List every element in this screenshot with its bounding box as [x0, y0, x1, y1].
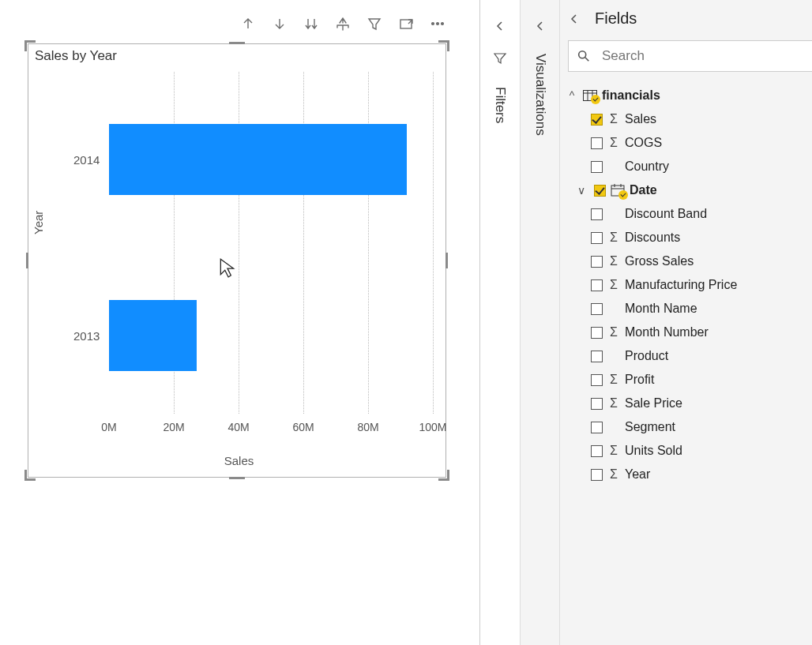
- filters-pane-collapsed[interactable]: Filters: [480, 0, 520, 645]
- field-row[interactable]: ΣCOGS: [564, 131, 804, 155]
- resize-handle-tr[interactable]: [438, 40, 449, 51]
- bar[interactable]: [109, 300, 197, 371]
- table-icon: [583, 90, 597, 101]
- svg-point-3: [442, 23, 444, 25]
- field-checkbox[interactable]: [591, 256, 603, 268]
- resize-handle-right[interactable]: [445, 253, 448, 268]
- sigma-icon: Σ: [607, 278, 620, 292]
- field-row[interactable]: ΣYear: [564, 463, 804, 486]
- field-row[interactable]: Segment: [564, 415, 804, 439]
- resize-handle-bottom[interactable]: [229, 477, 245, 479]
- field-checkbox[interactable]: [591, 208, 603, 220]
- svg-point-4: [579, 51, 586, 58]
- sigma-icon: Σ: [607, 254, 620, 268]
- field-checkbox[interactable]: [591, 114, 603, 126]
- chevron-left-icon[interactable]: [568, 13, 581, 25]
- visualizations-label: Visualizations: [532, 54, 548, 136]
- resize-handle-tl[interactable]: [24, 40, 36, 51]
- field-row[interactable]: Month Name: [564, 297, 804, 321]
- field-checkbox[interactable]: [591, 374, 603, 386]
- svg-point-1: [432, 23, 434, 25]
- fields-title: Fields: [595, 9, 637, 28]
- date-hierarchy-icon: [611, 184, 625, 197]
- x-tick: 20M: [163, 421, 184, 433]
- bar-category-label: 2013: [73, 328, 100, 342]
- field-checkbox[interactable]: [591, 279, 603, 291]
- chart-body: Year Sales 0M20M40M60M80M100M20142013: [28, 72, 438, 469]
- filters-label: Filters: [492, 87, 508, 123]
- field-row[interactable]: Product: [564, 344, 804, 368]
- field-name: Units Sold: [625, 444, 682, 458]
- field-row[interactable]: ΣUnits Sold: [564, 439, 804, 463]
- sigma-icon: Σ: [607, 231, 620, 245]
- chevron-down-icon[interactable]: ∨: [573, 184, 589, 197]
- focus-mode-icon[interactable]: [398, 16, 414, 32]
- sigma-icon: Σ: [607, 136, 620, 150]
- field-row[interactable]: ΣDiscounts: [564, 226, 804, 249]
- chart-visual[interactable]: Sales by Year Year Sales 0M20M40M60M80M1…: [28, 43, 446, 478]
- sigma-icon: Σ: [607, 467, 620, 482]
- expand-all-down-icon[interactable]: [303, 16, 319, 32]
- field-checkbox[interactable]: [591, 303, 603, 315]
- field-row[interactable]: ΣMonth Number: [564, 321, 804, 344]
- field-name: Sales: [625, 112, 656, 126]
- chart-title: Sales by Year: [35, 48, 117, 64]
- table-row-financials[interactable]: ^financials: [564, 84, 804, 107]
- field-row[interactable]: ΣProfit: [564, 368, 804, 392]
- field-row[interactable]: Discount Band: [564, 202, 804, 226]
- field-checkbox[interactable]: [591, 469, 603, 481]
- grid-line: [433, 72, 434, 414]
- field-checkbox[interactable]: [591, 137, 603, 149]
- report-canvas[interactable]: Sales by Year Year Sales 0M20M40M60M80M1…: [0, 0, 479, 645]
- field-name: Sale Price: [625, 396, 682, 411]
- field-row[interactable]: ΣGross Sales: [564, 249, 804, 273]
- app-root: Sales by Year Year Sales 0M20M40M60M80M1…: [0, 0, 812, 645]
- field-checkbox[interactable]: [594, 185, 606, 197]
- resize-handle-bl[interactable]: [24, 470, 36, 481]
- x-tick: 0M: [101, 421, 116, 433]
- chevron-left-icon[interactable]: [494, 20, 506, 32]
- field-name: COGS: [625, 136, 662, 150]
- field-row[interactable]: ΣSale Price: [564, 392, 804, 415]
- field-checkbox[interactable]: [591, 398, 603, 410]
- field-row[interactable]: ΣManufacturing Price: [564, 273, 804, 297]
- fields-search[interactable]: [568, 40, 812, 72]
- sigma-icon: Σ: [607, 373, 620, 387]
- grid-line: [368, 72, 369, 414]
- field-checkbox[interactable]: [591, 422, 603, 433]
- field-name: Gross Sales: [625, 254, 694, 268]
- field-name: Month Number: [625, 325, 709, 339]
- field-name: Discount Band: [625, 207, 707, 221]
- grid-line: [239, 72, 239, 414]
- go-to-next-level-icon[interactable]: [335, 16, 351, 32]
- more-options-icon[interactable]: [430, 16, 445, 32]
- field-row[interactable]: ΣSales: [564, 107, 804, 131]
- field-name: Manufacturing Price: [625, 278, 737, 292]
- field-checkbox[interactable]: [591, 161, 603, 173]
- drill-up-icon[interactable]: [240, 16, 256, 32]
- search-input[interactable]: [600, 47, 804, 65]
- field-row[interactable]: ∨Date: [564, 178, 804, 202]
- drill-down-icon[interactable]: [272, 16, 288, 32]
- field-checkbox[interactable]: [591, 232, 603, 244]
- filter-icon[interactable]: [367, 16, 382, 32]
- visualizations-pane-collapsed[interactable]: Visualizations: [520, 0, 559, 645]
- field-checkbox[interactable]: [591, 351, 603, 362]
- y-axis-label: Year: [32, 211, 45, 234]
- x-tick: 40M: [227, 421, 249, 433]
- fields-header: Fields: [560, 9, 812, 34]
- visual-header-toolbar: [240, 16, 445, 32]
- svg-rect-0: [400, 20, 412, 28]
- resize-handle-br[interactable]: [438, 470, 449, 481]
- field-name: Date: [630, 183, 657, 197]
- sigma-icon: Σ: [607, 444, 620, 458]
- chevron-up-icon[interactable]: ^: [566, 89, 578, 102]
- field-row[interactable]: Country: [564, 155, 804, 178]
- bar[interactable]: [109, 124, 407, 195]
- x-tick: 80M: [357, 421, 378, 433]
- field-checkbox[interactable]: [591, 445, 603, 457]
- field-checkbox[interactable]: [591, 327, 603, 339]
- field-name: Segment: [625, 420, 675, 434]
- chevron-left-icon[interactable]: [534, 20, 547, 32]
- resize-handle-top[interactable]: [229, 42, 245, 44]
